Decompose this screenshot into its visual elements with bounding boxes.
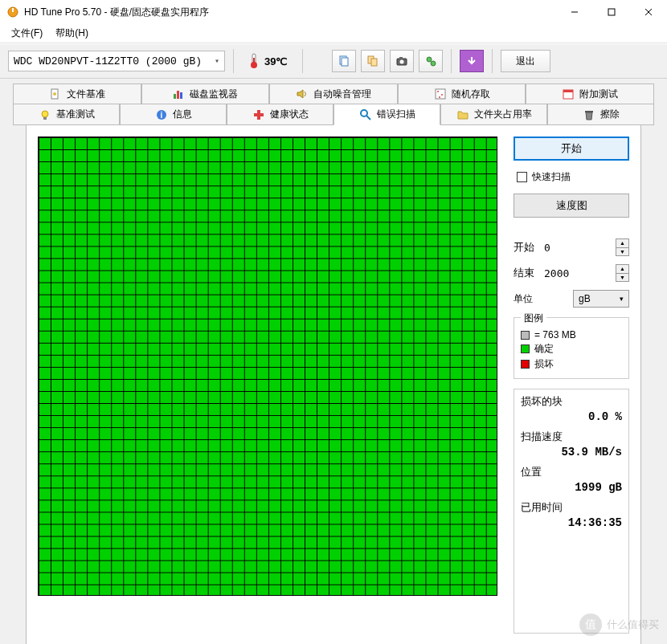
tab-error-scan[interactable]: 错误扫描 <box>334 104 440 125</box>
tab-benchmark[interactable]: 基准测试 <box>13 104 120 125</box>
end-label: 结束 <box>514 266 534 280</box>
start-button[interactable]: 开始 <box>514 137 629 161</box>
svg-point-29 <box>42 111 48 117</box>
chevron-down-icon: ▾ <box>215 56 219 66</box>
svg-point-17 <box>431 61 436 66</box>
svg-rect-23 <box>436 89 445 99</box>
svg-rect-1 <box>12 8 14 12</box>
unit-label: 单位 <box>514 292 533 306</box>
window-buttons <box>556 0 667 24</box>
svg-rect-12 <box>371 59 377 66</box>
screenshot-button[interactable] <box>390 50 414 72</box>
legend-box: 图例 = 763 MB 确定 损坏 <box>514 317 629 379</box>
end-spinner[interactable]: ▲▼ <box>616 264 629 282</box>
tab-erase[interactable]: 擦除 <box>547 104 654 125</box>
tab-extra-tests[interactable]: 附加测试 <box>526 84 654 104</box>
svg-rect-37 <box>585 111 593 112</box>
watermark: 值 什么值得买 <box>579 613 659 636</box>
info-icon: i <box>155 108 168 121</box>
legend-block-size: = 763 MB <box>521 328 622 341</box>
minimize-button[interactable] <box>556 0 593 24</box>
scan-controls: 开始 快速扫描 速度图 开始 0 ▲▼ 结束 2000 ▲▼ 单位 gB <box>497 137 629 634</box>
trash-icon <box>583 108 595 121</box>
tab-row-1: 文件基准 磁盘监视器 自动噪音管理 随机存取 附加测试 <box>13 84 654 104</box>
ok-swatch-icon <box>521 344 530 353</box>
tab-row-2: 基准测试 i 信息 健康状态 错误扫描 文件夹占用率 擦除 <box>13 104 654 125</box>
tab-area: 文件基准 磁盘监视器 自动噪音管理 随机存取 附加测试 基准测试 i 信息 <box>0 79 667 644</box>
error-scan-panel: 开始 快速扫描 速度图 开始 0 ▲▼ 结束 2000 ▲▼ 单位 gB <box>26 125 641 644</box>
window-title: HD Tune Pro 5.70 - 硬盘/固态硬盘实用程序 <box>24 6 556 19</box>
separator <box>451 49 452 73</box>
temperature-value: 39℃ <box>264 55 288 67</box>
grid-icon <box>434 88 447 100</box>
speed-map-button[interactable]: 速度图 <box>514 194 629 218</box>
menu-file[interactable]: 文件(F) <box>5 25 49 42</box>
legend-bad: 损坏 <box>521 357 622 372</box>
tab-noise-management[interactable]: 自动噪音管理 <box>269 84 398 104</box>
start-spinner[interactable]: ▲▼ <box>616 238 629 256</box>
svg-rect-15 <box>399 57 403 59</box>
maximize-button[interactable] <box>593 0 630 24</box>
svg-rect-8 <box>253 58 255 65</box>
drive-selector[interactable]: WDC WD20NPVT-11Z2TT0 (2000 gB) ▾ <box>8 51 225 71</box>
svg-line-36 <box>366 116 370 120</box>
tab-disk-monitor[interactable]: 磁盘监视器 <box>141 84 270 104</box>
end-position-row: 结束 2000 ▲▼ <box>514 264 629 282</box>
bad-swatch-icon <box>521 360 530 369</box>
tab-health[interactable]: 健康状态 <box>227 104 334 125</box>
separator <box>233 49 234 73</box>
start-label: 开始 <box>514 240 534 255</box>
svg-rect-22 <box>180 92 182 99</box>
watermark-icon: 值 <box>579 613 602 636</box>
legend-title: 图例 <box>521 312 546 325</box>
svg-point-24 <box>437 91 439 92</box>
magnifier-icon <box>359 108 372 121</box>
menu-help[interactable]: 帮助(H) <box>49 25 95 42</box>
block-swatch-icon <box>521 331 530 340</box>
spin-down-icon: ▼ <box>616 248 628 256</box>
menubar: 文件(F) 帮助(H) <box>0 24 667 43</box>
chart-icon <box>172 88 185 100</box>
start-position-row: 开始 0 ▲▼ <box>514 238 629 256</box>
close-button[interactable] <box>630 0 667 24</box>
tab-folder-usage[interactable]: 文件夹占用率 <box>440 104 547 125</box>
svg-rect-30 <box>43 117 47 120</box>
exit-button[interactable]: 退出 <box>501 50 550 72</box>
titlebar: HD Tune Pro 5.70 - 硬盘/固态硬盘实用程序 <box>0 0 667 24</box>
chevron-down-icon: ▾ <box>620 295 624 303</box>
copy-screenshot-button[interactable] <box>361 50 385 72</box>
end-value: 2000 <box>534 267 616 279</box>
elapsed-time-stat: 已用时间 14:36:35 <box>521 500 622 529</box>
copy-info-button[interactable] <box>332 50 356 72</box>
tab-file-benchmark[interactable]: 文件基准 <box>13 84 141 104</box>
spin-down-icon: ▼ <box>616 274 628 282</box>
block-map <box>38 137 497 596</box>
tab-random-access[interactable]: 随机存取 <box>398 84 526 104</box>
svg-text:i: i <box>160 111 162 120</box>
separator <box>302 49 303 73</box>
quick-scan-checkbox[interactable]: 快速扫描 <box>514 169 629 185</box>
svg-rect-34 <box>254 113 264 116</box>
speaker-icon <box>296 88 309 100</box>
svg-rect-21 <box>177 91 179 99</box>
stats-box: 损坏的块 0.0 % 扫描速度 53.9 MB/s 位置 1999 gB 已用时… <box>514 389 629 634</box>
spin-up-icon: ▲ <box>616 265 628 274</box>
svg-point-26 <box>439 96 440 98</box>
app-icon <box>6 6 19 18</box>
svg-rect-20 <box>174 94 176 99</box>
damaged-blocks-stat: 损坏的块 0.0 % <box>521 394 622 423</box>
svg-point-19 <box>53 92 56 96</box>
save-button[interactable] <box>460 50 484 72</box>
separator <box>492 49 493 73</box>
svg-point-25 <box>441 94 443 96</box>
svg-rect-3 <box>608 9 615 15</box>
thermometer-icon <box>248 53 260 69</box>
tab-info[interactable]: i 信息 <box>120 104 227 125</box>
lightbulb-icon <box>39 108 51 121</box>
health-icon <box>252 108 265 121</box>
unit-selector[interactable]: gB ▾ <box>573 290 629 308</box>
settings-button[interactable] <box>419 50 443 72</box>
toolbar: WDC WD20NPVT-11Z2TT0 (2000 gB) ▾ 39℃ 退出 <box>0 43 667 79</box>
svg-point-35 <box>361 110 367 116</box>
temperature-display: 39℃ <box>242 53 294 69</box>
